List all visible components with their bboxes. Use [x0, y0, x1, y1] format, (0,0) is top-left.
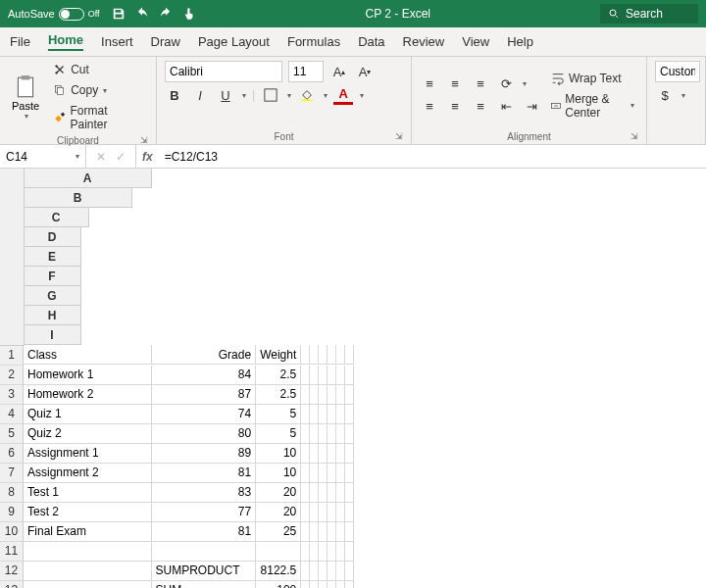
font-family-select[interactable]	[165, 61, 282, 82]
cell-F5[interactable]	[319, 424, 328, 444]
cell-D9[interactable]	[301, 503, 310, 522]
cell-E7[interactable]	[310, 464, 319, 483]
row-header[interactable]: 2	[0, 366, 24, 385]
column-header-F[interactable]: F	[25, 267, 81, 286]
row-header[interactable]: 9	[0, 503, 24, 522]
merge-center-button[interactable]: Merge & Center▾	[547, 90, 638, 122]
cell-G5[interactable]	[328, 424, 336, 444]
bold-button[interactable]: B	[165, 85, 184, 105]
cell-G2[interactable]	[328, 366, 336, 385]
cell-B7[interactable]: 81	[152, 464, 257, 483]
cell-I7[interactable]	[345, 464, 354, 483]
cell-A2[interactable]: Homework 1	[24, 366, 152, 385]
copy-button[interactable]: Copy▾	[49, 81, 148, 99]
dialog-launcher-icon[interactable]: ⇲	[630, 131, 638, 141]
cell-G13[interactable]	[328, 581, 336, 589]
row-header[interactable]: 7	[0, 464, 24, 483]
formula-input[interactable]: =C12/C13	[159, 150, 706, 164]
cell-H10[interactable]	[336, 522, 345, 542]
cell-I8[interactable]	[345, 483, 354, 503]
cell-G1[interactable]	[328, 345, 336, 365]
column-header-I[interactable]: I	[25, 325, 81, 345]
column-header-C[interactable]: C	[25, 208, 89, 227]
cell-F3[interactable]	[319, 385, 328, 405]
cell-B5[interactable]: 80	[152, 424, 257, 444]
cell-B11[interactable]	[152, 542, 257, 562]
cell-B12[interactable]: SUMPRODUCT	[152, 562, 257, 581]
tab-view[interactable]: View	[462, 34, 489, 49]
cell-I9[interactable]	[345, 503, 354, 522]
cell-A6[interactable]: Assignment 1	[24, 444, 152, 464]
tab-help[interactable]: Help	[507, 34, 533, 49]
align-bottom-icon[interactable]: ≡	[471, 74, 490, 94]
tab-formulas[interactable]: Formulas	[287, 34, 340, 49]
row-header[interactable]: 12	[0, 562, 24, 581]
cell-D6[interactable]	[301, 444, 310, 464]
cell-C9[interactable]: 20	[256, 503, 301, 522]
cell-H2[interactable]	[336, 366, 345, 385]
cancel-icon[interactable]: ✕	[96, 150, 106, 164]
cell-E1[interactable]	[310, 345, 319, 365]
cell-E6[interactable]	[310, 444, 319, 464]
row-header[interactable]: 4	[0, 405, 24, 424]
cell-F13[interactable]	[319, 581, 328, 589]
cell-A3[interactable]: Homework 2	[24, 385, 152, 405]
cell-H8[interactable]	[336, 483, 345, 503]
align-top-icon[interactable]: ≡	[420, 74, 439, 94]
row-header[interactable]: 11	[0, 542, 24, 562]
cell-F6[interactable]	[319, 444, 328, 464]
cell-F9[interactable]	[319, 503, 328, 522]
cell-B13[interactable]: SUM	[152, 581, 257, 589]
cell-C8[interactable]: 20	[256, 483, 301, 503]
cell-B3[interactable]: 87	[152, 385, 257, 405]
cell-G12[interactable]	[328, 562, 336, 581]
cell-C7[interactable]: 10	[256, 464, 301, 483]
increase-indent-icon[interactable]: ⇥	[522, 97, 541, 117]
cut-button[interactable]: Cut	[49, 61, 148, 78]
increase-font-icon[interactable]: A▴	[329, 62, 349, 81]
decrease-font-icon[interactable]: A▾	[355, 62, 375, 81]
cell-B10[interactable]: 81	[152, 522, 257, 542]
cell-I1[interactable]	[345, 345, 354, 365]
cell-B1[interactable]: Grade	[152, 345, 257, 365]
row-header[interactable]: 1	[0, 346, 24, 366]
cell-E3[interactable]	[310, 385, 319, 405]
cell-B8[interactable]: 83	[152, 483, 257, 503]
cell-D7[interactable]	[301, 464, 310, 483]
search-box[interactable]: Search	[600, 4, 698, 24]
cell-E12[interactable]	[310, 562, 319, 581]
cell-C1[interactable]: Weight	[256, 345, 301, 365]
orientation-icon[interactable]: ⟳	[496, 74, 516, 94]
decrease-indent-icon[interactable]: ⇤	[496, 97, 516, 117]
cell-E2[interactable]	[310, 366, 319, 385]
row-header[interactable]: 8	[0, 483, 24, 503]
cell-H6[interactable]	[336, 444, 345, 464]
cell-D12[interactable]	[301, 562, 310, 581]
cell-D2[interactable]	[301, 366, 310, 385]
cell-D10[interactable]	[301, 522, 310, 542]
column-header-B[interactable]: B	[25, 188, 132, 208]
cell-H9[interactable]	[336, 503, 345, 522]
cell-B9[interactable]: 77	[152, 503, 257, 522]
number-format-select[interactable]	[655, 61, 700, 82]
column-header-A[interactable]: A	[25, 169, 152, 188]
cell-F1[interactable]	[319, 345, 328, 365]
cell-H12[interactable]	[336, 562, 345, 581]
cell-G4[interactable]	[328, 405, 336, 424]
align-center-icon[interactable]: ≡	[445, 97, 465, 117]
font-color-button[interactable]: A	[333, 85, 353, 105]
cell-H1[interactable]	[336, 345, 345, 365]
cell-A10[interactable]: Final Exam	[24, 522, 152, 542]
select-all-corner[interactable]	[0, 169, 24, 345]
cell-I13[interactable]	[345, 581, 354, 589]
cell-C10[interactable]: 25	[256, 522, 301, 542]
cell-B2[interactable]: 84	[152, 366, 257, 385]
row-header[interactable]: 5	[0, 424, 24, 444]
cell-H13[interactable]	[336, 581, 345, 589]
cell-C4[interactable]: 5	[256, 405, 301, 424]
cell-A1[interactable]: Class	[24, 345, 152, 365]
column-header-H[interactable]: H	[25, 306, 81, 325]
dialog-launcher-icon[interactable]: ⇲	[140, 135, 148, 145]
cell-E8[interactable]	[310, 483, 319, 503]
cell-I2[interactable]	[345, 366, 354, 385]
